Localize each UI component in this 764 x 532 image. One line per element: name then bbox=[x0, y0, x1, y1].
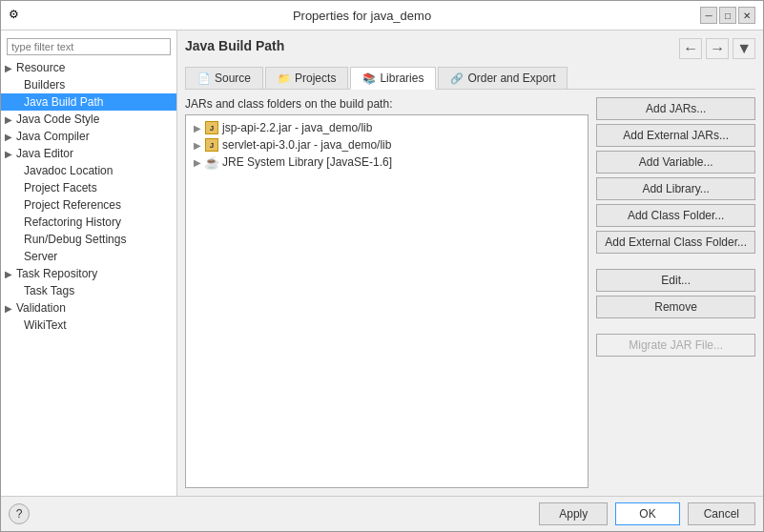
ok-button[interactable]: OK bbox=[615, 502, 679, 525]
migrate-jar-button: Migrate JAR File... bbox=[596, 334, 755, 357]
sidebar-label-refactoring-history: Refactoring History bbox=[24, 215, 121, 229]
sidebar-item-validation[interactable]: ▶Validation bbox=[1, 299, 176, 317]
sidebar-label-wikitext: WikiText bbox=[24, 318, 67, 332]
add-external-class-folder-button[interactable]: Add External Class Folder... bbox=[596, 231, 755, 254]
button-separator bbox=[596, 257, 755, 265]
sidebar-item-task-tags[interactable]: Task Tags bbox=[1, 282, 176, 299]
sidebar-label-project-references: Project References bbox=[24, 198, 121, 212]
sidebar-items: ▶ResourceBuildersJava Build Path▶Java Co… bbox=[1, 59, 176, 334]
tab-label-order-export: Order and Export bbox=[467, 72, 555, 85]
filter-box bbox=[1, 34, 176, 59]
edit-button[interactable]: Edit... bbox=[596, 269, 755, 292]
sidebar-item-builders[interactable]: Builders bbox=[1, 76, 176, 93]
jar-icon: J bbox=[205, 121, 218, 134]
dropdown-button[interactable]: ▼ bbox=[733, 38, 755, 59]
bottom-right: Apply OK Cancel bbox=[539, 502, 755, 525]
add-variable-button[interactable]: Add Variable... bbox=[596, 151, 755, 174]
sidebar-item-java-code-style[interactable]: ▶Java Code Style bbox=[1, 111, 176, 128]
jar-list: ▶Jjsp-api-2.2.jar - java_demo/lib▶Jservl… bbox=[185, 114, 588, 488]
add-library-button[interactable]: Add Library... bbox=[596, 177, 755, 200]
tab-label-libraries: Libraries bbox=[380, 72, 423, 85]
sidebar-item-resource[interactable]: ▶Resource bbox=[1, 59, 176, 76]
window-title: Properties for java_demo bbox=[24, 9, 700, 23]
add-external-jars-button[interactable]: Add External JARs... bbox=[596, 124, 755, 147]
sidebar-label-builders: Builders bbox=[24, 78, 65, 92]
cancel-button[interactable]: Cancel bbox=[688, 502, 755, 525]
sidebar-label-java-code-style: Java Code Style bbox=[16, 113, 99, 126]
sidebar-item-javadoc-location[interactable]: Javadoc Location bbox=[1, 162, 176, 179]
sidebar-label-task-tags: Task Tags bbox=[24, 284, 74, 297]
expand-arrow-java-editor: ▶ bbox=[5, 149, 12, 159]
sidebar-item-project-facets[interactable]: Project Facets bbox=[1, 179, 176, 196]
sidebar-label-javadoc-location: Javadoc Location bbox=[24, 164, 113, 177]
tab-icon-projects: 📁 bbox=[278, 72, 291, 85]
sidebar-label-run-debug-settings: Run/Debug Settings bbox=[24, 233, 126, 246]
jar-item-servlet-jar[interactable]: ▶Jservlet-api-3.0.jar - java_demo/lib bbox=[186, 136, 588, 153]
jar-list-section: JARs and class folders on the build path… bbox=[185, 97, 588, 488]
remove-button[interactable]: Remove bbox=[596, 296, 755, 318]
action-buttons: Add JARs...Add External JARs...Add Varia… bbox=[596, 97, 755, 488]
jar-item-jre-library[interactable]: ▶☕JRE System Library [JavaSE-1.6] bbox=[186, 153, 588, 171]
sidebar-label-java-build-path: Java Build Path bbox=[24, 95, 103, 109]
sidebar-label-project-facets: Project Facets bbox=[24, 181, 97, 194]
jar-name-jsp-jar: jsp-api-2.2.jar - java_demo/lib bbox=[222, 121, 372, 134]
add-jars-button[interactable]: Add JARs... bbox=[596, 97, 755, 120]
jar-expand-jre-library: ▶ bbox=[194, 157, 201, 168]
jar-name-servlet-jar: servlet-api-3.0.jar - java_demo/lib bbox=[222, 138, 391, 152]
filter-input[interactable] bbox=[7, 38, 171, 55]
sidebar-item-refactoring-history[interactable]: Refactoring History bbox=[1, 214, 176, 231]
panel-toolbar: ← → ▼ bbox=[679, 38, 755, 59]
tab-icon-libraries: 📚 bbox=[362, 72, 376, 85]
sidebar-label-validation: Validation bbox=[16, 301, 66, 315]
minimize-button[interactable]: ─ bbox=[700, 7, 717, 24]
expand-arrow-java-compiler: ▶ bbox=[5, 132, 12, 142]
help-button[interactable]: ? bbox=[9, 503, 30, 524]
tab-label-source: Source bbox=[215, 72, 251, 85]
expand-arrow-java-code-style: ▶ bbox=[5, 114, 12, 125]
right-panel: Java Build Path ← → ▼ 📄Source📁Projects📚L… bbox=[177, 31, 763, 496]
sidebar-label-java-editor: Java Editor bbox=[16, 147, 73, 160]
panel-title: Java Build Path bbox=[185, 38, 284, 53]
tabs: 📄Source📁Projects📚Libraries🔗Order and Exp… bbox=[185, 67, 755, 90]
jre-icon: ☕ bbox=[205, 155, 218, 169]
window-icon: ⚙ bbox=[9, 8, 24, 23]
window-controls: ─ □ ✕ bbox=[700, 7, 755, 24]
sidebar-item-wikitext[interactable]: WikiText bbox=[1, 317, 176, 334]
title-bar: ⚙ Properties for java_demo ─ □ ✕ bbox=[1, 1, 763, 31]
button-separator bbox=[596, 322, 755, 330]
sidebar-item-run-debug-settings[interactable]: Run/Debug Settings bbox=[1, 231, 176, 248]
jar-expand-jsp-jar: ▶ bbox=[194, 123, 201, 133]
sidebar-item-java-editor[interactable]: ▶Java Editor bbox=[1, 145, 176, 162]
forward-button[interactable]: → bbox=[706, 38, 729, 59]
jar-name-jre-library: JRE System Library [JavaSE-1.6] bbox=[222, 155, 392, 169]
sidebar: ▶ResourceBuildersJava Build Path▶Java Co… bbox=[1, 31, 177, 496]
jar-list-label: JARs and class folders on the build path… bbox=[185, 97, 588, 111]
restore-button[interactable]: □ bbox=[719, 7, 736, 24]
sidebar-item-task-repository[interactable]: ▶Task Repository bbox=[1, 265, 176, 282]
main-content: ▶ResourceBuildersJava Build Path▶Java Co… bbox=[1, 31, 763, 496]
jar-icon: J bbox=[205, 138, 218, 152]
apply-button[interactable]: Apply bbox=[539, 502, 608, 525]
tab-libraries[interactable]: 📚Libraries bbox=[350, 67, 436, 90]
tab-projects[interactable]: 📁Projects bbox=[265, 67, 348, 89]
sidebar-label-task-repository: Task Repository bbox=[16, 267, 97, 280]
sidebar-item-server[interactable]: Server bbox=[1, 248, 176, 265]
expand-arrow-validation: ▶ bbox=[5, 303, 12, 314]
add-class-folder-button[interactable]: Add Class Folder... bbox=[596, 204, 755, 227]
sidebar-label-java-compiler: Java Compiler bbox=[16, 130, 90, 143]
properties-window: ⚙ Properties for java_demo ─ □ ✕ ▶Resour… bbox=[0, 0, 764, 532]
tab-icon-source: 📄 bbox=[197, 72, 211, 85]
jar-expand-servlet-jar: ▶ bbox=[194, 140, 201, 151]
sidebar-item-java-compiler[interactable]: ▶Java Compiler bbox=[1, 128, 176, 145]
sidebar-label-resource: Resource bbox=[16, 61, 65, 74]
sidebar-item-project-references[interactable]: Project References bbox=[1, 196, 176, 214]
sidebar-item-java-build-path[interactable]: Java Build Path bbox=[1, 93, 176, 111]
tab-source[interactable]: 📄Source bbox=[185, 67, 263, 89]
tab-label-projects: Projects bbox=[295, 72, 336, 85]
content-area: JARs and class folders on the build path… bbox=[185, 97, 755, 488]
expand-arrow-task-repository: ▶ bbox=[5, 269, 12, 279]
back-button[interactable]: ← bbox=[679, 38, 702, 59]
tab-order-export[interactable]: 🔗Order and Export bbox=[438, 67, 568, 89]
jar-item-jsp-jar[interactable]: ▶Jjsp-api-2.2.jar - java_demo/lib bbox=[186, 119, 588, 136]
close-button[interactable]: ✕ bbox=[738, 7, 755, 24]
